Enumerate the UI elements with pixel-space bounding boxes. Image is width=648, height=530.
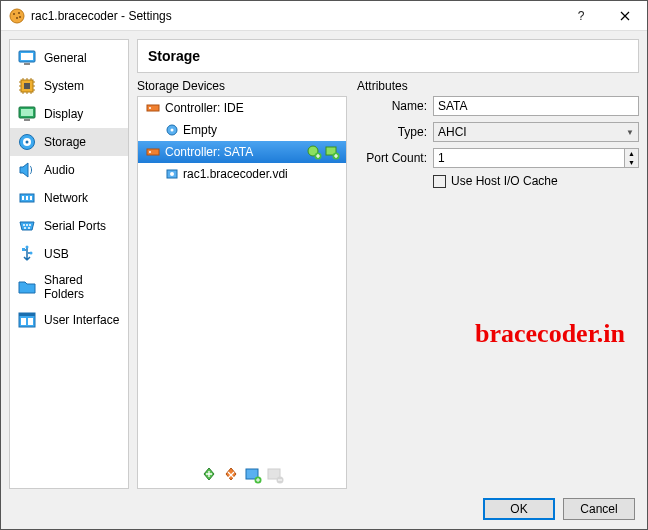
add-attachment-icon[interactable] — [244, 466, 262, 484]
add-hd-icon[interactable] — [324, 144, 340, 160]
svg-point-1 — [13, 13, 15, 15]
ok-button[interactable]: OK — [483, 498, 555, 520]
app-icon — [9, 8, 25, 24]
svg-point-33 — [149, 107, 151, 109]
controller-icon — [146, 145, 160, 159]
tree-toolbar — [138, 466, 346, 484]
sidebar-item-audio[interactable]: Audio — [10, 156, 128, 184]
controller-icon — [146, 101, 160, 115]
titlebar: rac1.bracecoder - Settings ? — [1, 1, 647, 31]
monitor-icon — [18, 49, 36, 67]
svg-point-25 — [26, 246, 29, 249]
sidebar-item-network[interactable]: Network — [10, 184, 128, 212]
settings-window: rac1.bracecoder - Settings ? General Sys… — [0, 0, 648, 530]
checkbox-icon — [433, 175, 446, 188]
sidebar-item-ui[interactable]: User Interface — [10, 306, 128, 334]
svg-point-3 — [16, 17, 18, 19]
usb-icon — [18, 245, 36, 263]
name-label: Name: — [357, 99, 427, 113]
sidebar-item-storage[interactable]: Storage — [10, 128, 128, 156]
svg-point-43 — [170, 172, 174, 176]
disk-icon — [18, 133, 36, 151]
svg-point-35 — [171, 129, 174, 132]
svg-point-22 — [29, 224, 31, 226]
storage-tree: Controller: IDE Empty Controller: SATA — [137, 96, 347, 489]
ui-icon — [18, 311, 36, 329]
cd-icon — [166, 124, 178, 136]
page-header: Storage — [137, 39, 639, 73]
serial-icon — [18, 217, 36, 235]
svg-rect-17 — [22, 196, 24, 200]
svg-rect-7 — [24, 63, 30, 65]
svg-point-27 — [30, 252, 33, 255]
svg-rect-30 — [21, 318, 26, 325]
type-label: Type: — [357, 125, 427, 139]
svg-rect-6 — [21, 53, 33, 60]
svg-point-0 — [10, 9, 24, 23]
svg-point-21 — [26, 224, 28, 226]
port-count-label: Port Count: — [357, 151, 427, 165]
port-count-spinner[interactable]: 1 ▲▼ — [433, 148, 639, 168]
svg-rect-36 — [147, 149, 159, 155]
sata-disk[interactable]: rac1.bracecoder.vdi — [138, 163, 346, 185]
svg-rect-12 — [24, 119, 30, 121]
chip-icon — [18, 77, 36, 95]
spin-up-icon[interactable]: ▲ — [625, 149, 638, 158]
svg-rect-31 — [28, 318, 33, 325]
svg-rect-32 — [147, 105, 159, 111]
sidebar-item-serial[interactable]: Serial Ports — [10, 212, 128, 240]
sidebar-item-display[interactable]: Display — [10, 100, 128, 128]
network-icon — [18, 189, 36, 207]
svg-rect-26 — [22, 248, 25, 251]
dialog-footer: OK Cancel — [1, 489, 647, 529]
svg-point-37 — [149, 151, 151, 153]
close-button[interactable] — [603, 1, 647, 31]
folder-icon — [18, 278, 36, 296]
svg-point-4 — [19, 16, 21, 18]
svg-point-20 — [23, 224, 25, 226]
window-title: rac1.bracecoder - Settings — [31, 9, 559, 23]
svg-rect-19 — [30, 196, 32, 200]
remove-attachment-icon — [266, 466, 284, 484]
watermark: bracecoder.in — [475, 319, 625, 349]
ide-empty-slot[interactable]: Empty — [138, 119, 346, 141]
add-cd-icon[interactable] — [306, 144, 322, 160]
sidebar-item-general[interactable]: General — [10, 44, 128, 72]
svg-point-2 — [18, 12, 20, 14]
cancel-button[interactable]: Cancel — [563, 498, 635, 520]
svg-rect-29 — [19, 313, 35, 316]
sidebar-item-shared[interactable]: Shared Folders — [10, 268, 128, 306]
display-icon — [18, 105, 36, 123]
controller-sata[interactable]: Controller: SATA — [138, 141, 346, 163]
attributes-label: Attributes — [357, 79, 639, 93]
help-button[interactable]: ? — [559, 1, 603, 31]
svg-point-24 — [28, 227, 30, 229]
speaker-icon — [18, 161, 36, 179]
host-io-cache-checkbox[interactable]: Use Host I/O Cache — [433, 174, 639, 188]
remove-controller-icon[interactable] — [222, 466, 240, 484]
controller-ide[interactable]: Controller: IDE — [138, 97, 346, 119]
sidebar-item-system[interactable]: System — [10, 72, 128, 100]
add-controller-icon[interactable] — [200, 466, 218, 484]
sidebar-item-usb[interactable]: USB — [10, 240, 128, 268]
svg-rect-9 — [24, 83, 30, 89]
svg-point-23 — [24, 227, 26, 229]
category-sidebar: General System Display Storage Audio Net… — [9, 39, 129, 489]
storage-devices-label: Storage Devices — [137, 79, 347, 93]
svg-rect-11 — [21, 109, 33, 116]
name-input[interactable] — [433, 96, 639, 116]
chevron-down-icon: ▼ — [626, 128, 634, 137]
page-title: Storage — [148, 48, 200, 64]
hdd-icon — [166, 168, 178, 180]
type-select[interactable]: AHCI ▼ — [433, 122, 639, 142]
svg-point-15 — [26, 141, 29, 144]
svg-rect-18 — [26, 196, 28, 200]
spin-down-icon[interactable]: ▼ — [625, 158, 638, 167]
